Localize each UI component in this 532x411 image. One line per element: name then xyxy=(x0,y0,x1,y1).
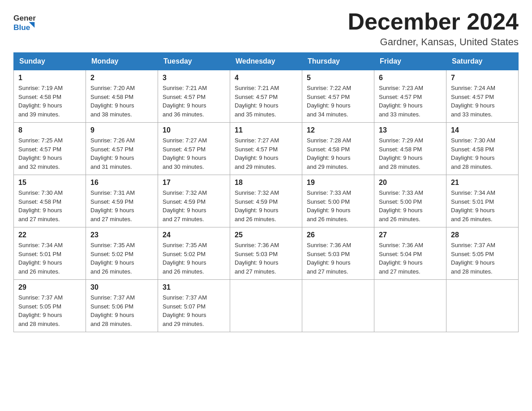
day-info: Sunrise: 7:32 AM Sunset: 4:59 PM Dayligh… xyxy=(163,188,225,223)
day-number: 22 xyxy=(18,231,81,239)
day-number: 25 xyxy=(235,231,297,239)
day-info: Sunrise: 7:24 AM Sunset: 4:57 PM Dayligh… xyxy=(451,84,514,119)
calendar-cell: 2 Sunrise: 7:20 AM Sunset: 4:58 PM Dayli… xyxy=(86,70,158,123)
day-info: Sunrise: 7:32 AM Sunset: 4:59 PM Dayligh… xyxy=(235,188,297,223)
day-info: Sunrise: 7:37 AM Sunset: 5:06 PM Dayligh… xyxy=(90,293,153,328)
day-info: Sunrise: 7:25 AM Sunset: 4:57 PM Dayligh… xyxy=(18,136,81,171)
day-info: Sunrise: 7:37 AM Sunset: 5:05 PM Dayligh… xyxy=(451,241,514,276)
calendar-cell: 24 Sunrise: 7:35 AM Sunset: 5:02 PM Dayl… xyxy=(158,227,230,280)
day-info: Sunrise: 7:34 AM Sunset: 5:01 PM Dayligh… xyxy=(18,241,81,276)
weekday-header-thursday: Thursday xyxy=(302,53,374,70)
day-number: 1 xyxy=(18,74,81,82)
calendar-cell: 10 Sunrise: 7:27 AM Sunset: 4:57 PM Dayl… xyxy=(158,123,230,175)
day-number: 16 xyxy=(90,179,153,187)
logo: General Blue xyxy=(13,9,36,34)
calendar-cell: 28 Sunrise: 7:37 AM Sunset: 5:05 PM Dayl… xyxy=(446,227,519,280)
weekday-header-saturday: Saturday xyxy=(446,53,519,70)
calendar-cell xyxy=(374,280,446,332)
calendar-cell: 16 Sunrise: 7:31 AM Sunset: 4:59 PM Dayl… xyxy=(86,175,158,227)
day-info: Sunrise: 7:21 AM Sunset: 4:57 PM Dayligh… xyxy=(163,84,225,119)
day-number: 30 xyxy=(90,283,153,291)
calendar-cell: 14 Sunrise: 7:30 AM Sunset: 4:58 PM Dayl… xyxy=(446,123,519,175)
calendar-cell: 1 Sunrise: 7:19 AM Sunset: 4:58 PM Dayli… xyxy=(14,70,86,123)
day-info: Sunrise: 7:28 AM Sunset: 4:58 PM Dayligh… xyxy=(307,136,369,171)
day-info: Sunrise: 7:33 AM Sunset: 5:00 PM Dayligh… xyxy=(379,188,442,223)
page-header: General Blue December 2024 Gardner, Kans… xyxy=(13,9,519,48)
day-number: 20 xyxy=(379,179,442,187)
calendar-cell: 26 Sunrise: 7:36 AM Sunset: 5:03 PM Dayl… xyxy=(302,227,374,280)
calendar-cell: 4 Sunrise: 7:21 AM Sunset: 4:57 PM Dayli… xyxy=(230,70,302,123)
calendar-cell: 22 Sunrise: 7:34 AM Sunset: 5:01 PM Dayl… xyxy=(14,227,86,280)
calendar-cell: 29 Sunrise: 7:37 AM Sunset: 5:05 PM Dayl… xyxy=(14,280,86,332)
calendar-cell: 9 Sunrise: 7:26 AM Sunset: 4:57 PM Dayli… xyxy=(86,123,158,175)
calendar-cell: 20 Sunrise: 7:33 AM Sunset: 5:00 PM Dayl… xyxy=(374,175,446,227)
day-number: 7 xyxy=(451,74,514,82)
calendar-table: SundayMondayTuesdayWednesdayThursdayFrid… xyxy=(13,52,519,332)
day-number: 13 xyxy=(379,126,442,134)
calendar-cell: 12 Sunrise: 7:28 AM Sunset: 4:58 PM Dayl… xyxy=(302,123,374,175)
day-info: Sunrise: 7:33 AM Sunset: 5:00 PM Dayligh… xyxy=(307,188,369,223)
calendar-cell: 17 Sunrise: 7:32 AM Sunset: 4:59 PM Dayl… xyxy=(158,175,230,227)
day-number: 15 xyxy=(18,179,81,187)
logo-icon: General Blue xyxy=(13,9,36,34)
day-info: Sunrise: 7:20 AM Sunset: 4:58 PM Dayligh… xyxy=(90,84,153,119)
calendar-title-area: December 2024 Gardner, Kansas, United St… xyxy=(348,9,519,48)
calendar-cell: 5 Sunrise: 7:22 AM Sunset: 4:57 PM Dayli… xyxy=(302,70,374,123)
week-row-1: 1 Sunrise: 7:19 AM Sunset: 4:58 PM Dayli… xyxy=(14,70,519,123)
calendar-cell: 18 Sunrise: 7:32 AM Sunset: 4:59 PM Dayl… xyxy=(230,175,302,227)
day-number: 10 xyxy=(163,126,225,134)
day-number: 29 xyxy=(18,283,81,291)
day-info: Sunrise: 7:27 AM Sunset: 4:57 PM Dayligh… xyxy=(235,136,297,171)
calendar-cell: 31 Sunrise: 7:37 AM Sunset: 5:07 PM Dayl… xyxy=(158,280,230,332)
calendar-cell xyxy=(230,280,302,332)
calendar-cell: 6 Sunrise: 7:23 AM Sunset: 4:57 PM Dayli… xyxy=(374,70,446,123)
day-number: 19 xyxy=(307,179,369,187)
weekday-header-monday: Monday xyxy=(86,53,158,70)
day-info: Sunrise: 7:30 AM Sunset: 4:58 PM Dayligh… xyxy=(451,136,514,171)
day-number: 8 xyxy=(18,126,81,134)
day-info: Sunrise: 7:21 AM Sunset: 4:57 PM Dayligh… xyxy=(235,84,297,119)
day-number: 12 xyxy=(307,126,369,134)
calendar-cell: 7 Sunrise: 7:24 AM Sunset: 4:57 PM Dayli… xyxy=(446,70,519,123)
svg-text:Blue: Blue xyxy=(13,23,30,32)
day-number: 17 xyxy=(163,179,225,187)
day-number: 5 xyxy=(307,74,369,82)
day-number: 27 xyxy=(379,231,442,239)
week-row-2: 8 Sunrise: 7:25 AM Sunset: 4:57 PM Dayli… xyxy=(14,123,519,175)
day-number: 28 xyxy=(451,231,514,239)
weekday-header-tuesday: Tuesday xyxy=(158,53,230,70)
day-number: 23 xyxy=(90,231,153,239)
calendar-cell xyxy=(302,280,374,332)
day-info: Sunrise: 7:19 AM Sunset: 4:58 PM Dayligh… xyxy=(18,84,81,119)
month-title: December 2024 xyxy=(348,9,519,34)
calendar-cell: 30 Sunrise: 7:37 AM Sunset: 5:06 PM Dayl… xyxy=(86,280,158,332)
day-number: 6 xyxy=(379,74,442,82)
day-info: Sunrise: 7:35 AM Sunset: 5:02 PM Dayligh… xyxy=(163,241,225,276)
weekday-header-wednesday: Wednesday xyxy=(230,53,302,70)
day-number: 11 xyxy=(235,126,297,134)
calendar-cell: 8 Sunrise: 7:25 AM Sunset: 4:57 PM Dayli… xyxy=(14,123,86,175)
day-info: Sunrise: 7:37 AM Sunset: 5:07 PM Dayligh… xyxy=(163,293,225,328)
day-info: Sunrise: 7:22 AM Sunset: 4:57 PM Dayligh… xyxy=(307,84,369,119)
weekday-header-friday: Friday xyxy=(374,53,446,70)
day-info: Sunrise: 7:23 AM Sunset: 4:57 PM Dayligh… xyxy=(379,84,442,119)
day-number: 24 xyxy=(163,231,225,239)
day-info: Sunrise: 7:36 AM Sunset: 5:03 PM Dayligh… xyxy=(307,241,369,276)
calendar-cell: 11 Sunrise: 7:27 AM Sunset: 4:57 PM Dayl… xyxy=(230,123,302,175)
calendar-cell: 21 Sunrise: 7:34 AM Sunset: 5:01 PM Dayl… xyxy=(446,175,519,227)
day-info: Sunrise: 7:31 AM Sunset: 4:59 PM Dayligh… xyxy=(90,188,153,223)
svg-text:General: General xyxy=(13,13,36,22)
calendar-cell: 15 Sunrise: 7:30 AM Sunset: 4:58 PM Dayl… xyxy=(14,175,86,227)
calendar-cell: 3 Sunrise: 7:21 AM Sunset: 4:57 PM Dayli… xyxy=(158,70,230,123)
weekday-header-row: SundayMondayTuesdayWednesdayThursdayFrid… xyxy=(14,53,519,70)
day-info: Sunrise: 7:35 AM Sunset: 5:02 PM Dayligh… xyxy=(90,241,153,276)
day-number: 4 xyxy=(235,74,297,82)
day-info: Sunrise: 7:30 AM Sunset: 4:58 PM Dayligh… xyxy=(18,188,81,223)
location-subtitle: Gardner, Kansas, United States xyxy=(348,36,519,48)
week-row-5: 29 Sunrise: 7:37 AM Sunset: 5:05 PM Dayl… xyxy=(14,280,519,332)
day-info: Sunrise: 7:36 AM Sunset: 5:03 PM Dayligh… xyxy=(235,241,297,276)
weekday-header-sunday: Sunday xyxy=(14,53,86,70)
week-row-4: 22 Sunrise: 7:34 AM Sunset: 5:01 PM Dayl… xyxy=(14,227,519,280)
calendar-cell: 23 Sunrise: 7:35 AM Sunset: 5:02 PM Dayl… xyxy=(86,227,158,280)
day-info: Sunrise: 7:37 AM Sunset: 5:05 PM Dayligh… xyxy=(18,293,81,328)
